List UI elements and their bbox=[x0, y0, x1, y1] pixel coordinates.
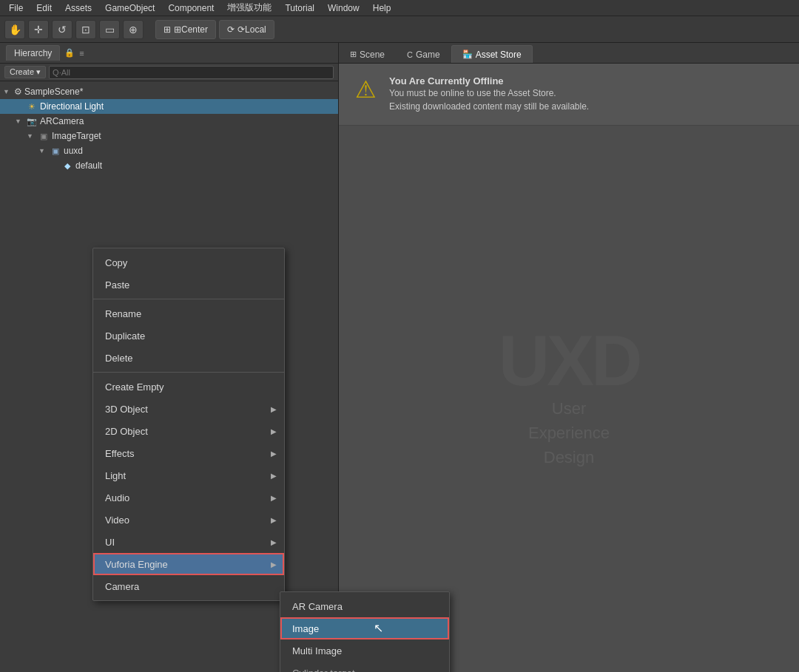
hierarchy-item-imagetarget[interactable]: ▼ ▣ ImageTarget bbox=[0, 129, 338, 143]
arrow-2d: ▶ bbox=[271, 427, 277, 435]
ctx-delete[interactable]: Delete bbox=[93, 347, 284, 369]
context-menu: Copy Paste Rename Duplicate Delete Creat… bbox=[92, 248, 285, 601]
it-arrow: ▼ bbox=[27, 132, 36, 140]
warning-title: You Are Currently Offline bbox=[389, 75, 589, 86]
uxd-subtitle: UserExperienceDesign bbox=[528, 396, 610, 469]
scene-name: SampleScene* bbox=[24, 86, 83, 97]
scene-icon: ⚙ bbox=[14, 86, 22, 97]
ctx-ui[interactable]: UI▶ bbox=[93, 531, 284, 553]
scene-tab-label: Scene bbox=[360, 50, 385, 60]
tab-scene[interactable]: ⊞ Scene bbox=[339, 45, 396, 63]
panel-menu-icon: ≡ bbox=[79, 49, 84, 58]
uxd-logo-text: UXD bbox=[499, 325, 640, 396]
menu-enhanced[interactable]: 增强版功能 bbox=[221, 0, 277, 16]
pivot-label: ⊞Center bbox=[174, 24, 208, 35]
menu-window[interactable]: Window bbox=[322, 1, 365, 15]
menu-assets[interactable]: Assets bbox=[59, 1, 98, 15]
submenu-multi-image[interactable]: Multi Image bbox=[280, 639, 449, 662]
local-label: ⟳Local bbox=[237, 24, 266, 35]
hierarchy-tab-label: Hierarchy bbox=[14, 48, 52, 58]
arc-arrow: ▼ bbox=[15, 118, 24, 125]
asset-store-tab-label: Asset Store bbox=[476, 50, 522, 60]
ctx-2d-object[interactable]: 2D Object▶ bbox=[93, 420, 284, 442]
uxd-logo-area: UXD UserExperienceDesign bbox=[499, 325, 640, 469]
ctx-rename[interactable]: Rename bbox=[93, 302, 284, 325]
submenu-image[interactable]: Image bbox=[280, 617, 449, 639]
menu-file[interactable]: File bbox=[3, 1, 29, 15]
tool-transform[interactable]: ⊕ bbox=[123, 20, 144, 39]
uuxd-icon: ▣ bbox=[50, 146, 61, 156]
create-label: Create ▾ bbox=[10, 67, 41, 77]
hierarchy-toolbar: Create ▾ bbox=[0, 64, 338, 81]
pivot-local-btn[interactable]: ⟳ ⟳Local bbox=[219, 20, 274, 39]
submenu-ar-camera[interactable]: AR Camera bbox=[280, 595, 449, 617]
game-tab-label: Game bbox=[416, 50, 440, 60]
tool-move[interactable]: ✛ bbox=[28, 20, 49, 39]
ctx-effects[interactable]: Effects▶ bbox=[93, 442, 284, 464]
tool-rotate[interactable]: ↺ bbox=[52, 20, 73, 39]
ctx-copy[interactable]: Copy bbox=[93, 251, 284, 274]
arrow-light: ▶ bbox=[271, 472, 277, 480]
menu-tutorial[interactable]: Tutorial bbox=[279, 1, 320, 15]
ctx-vuforia-engine[interactable]: Vuforia Engine▶ bbox=[93, 553, 284, 575]
imagetarget-label: ImageTarget bbox=[52, 131, 101, 141]
default-label: default bbox=[75, 160, 102, 171]
tab-game[interactable]: C Game bbox=[396, 45, 451, 63]
tab-asset-store[interactable]: 🏪 Asset Store bbox=[451, 45, 533, 63]
warning-desc: You must be online to use the Asset Stor… bbox=[389, 86, 589, 113]
menu-help[interactable]: Help bbox=[367, 1, 397, 15]
create-button[interactable]: Create ▾ bbox=[4, 66, 46, 78]
tool-rect[interactable]: ▭ bbox=[99, 20, 120, 39]
menu-edit[interactable]: Edit bbox=[30, 1, 58, 15]
asset-store-warning: ⚠ You Are Currently Offline You must be … bbox=[339, 64, 799, 126]
hierarchy-item-directional-light[interactable]: ☀ Directional Light bbox=[0, 99, 338, 114]
hierarchy-item-arcamera[interactable]: ▼ 📷 ARCamera bbox=[0, 114, 338, 129]
menubar: File Edit Assets GameObject Component 增强… bbox=[0, 0, 799, 16]
menu-component[interactable]: Component bbox=[162, 1, 220, 15]
imagetarget-icon: ▣ bbox=[38, 132, 50, 141]
tool-scale[interactable]: ⊡ bbox=[75, 20, 96, 39]
hierarchy-item-uuxd[interactable]: ▼ ▣ uuxd bbox=[0, 143, 338, 158]
ctx-3d-object[interactable]: 3D Object▶ bbox=[93, 398, 284, 420]
ctx-create-empty[interactable]: Create Empty bbox=[93, 376, 284, 398]
uuxd-label: uuxd bbox=[64, 146, 83, 156]
ctx-light[interactable]: Light▶ bbox=[93, 464, 284, 486]
camera-icon: 📷 bbox=[26, 117, 38, 126]
arrow-vuforia: ▶ bbox=[271, 560, 277, 569]
panel-content: ⚠ You Are Currently Offline You must be … bbox=[339, 64, 799, 672]
ctx-camera[interactable]: Camera bbox=[93, 575, 284, 597]
ctx-duplicate[interactable]: Duplicate bbox=[93, 325, 284, 347]
pivot-center-btn[interactable]: ⊞ ⊞Center bbox=[155, 20, 216, 39]
arrow-ui: ▶ bbox=[271, 538, 277, 546]
arcamera-label: ARCamera bbox=[40, 116, 84, 126]
ctx-paste[interactable]: Paste bbox=[93, 274, 284, 296]
hierarchy-header: Hierarchy 🔒 ≡ bbox=[0, 43, 338, 64]
warning-icon: ⚠ bbox=[351, 75, 380, 103]
hierarchy-tab[interactable]: Hierarchy bbox=[6, 45, 60, 61]
ctx-sep-1 bbox=[93, 299, 284, 299]
hierarchy-item-default[interactable]: ◆ default bbox=[0, 158, 338, 173]
lock-icon: 🔒 bbox=[64, 48, 75, 58]
hierarchy-search[interactable] bbox=[49, 66, 334, 79]
warning-text-block: You Are Currently Offline You must be on… bbox=[389, 75, 589, 113]
tabs-bar: ⊞ Scene C Game 🏪 Asset Store bbox=[339, 43, 799, 64]
scene-tab-icon: ⊞ bbox=[350, 50, 357, 59]
menu-gameobject[interactable]: GameObject bbox=[99, 1, 161, 15]
vuforia-submenu: AR Camera Image Multi Image Cylinder tar… bbox=[280, 591, 450, 672]
arrow-video: ▶ bbox=[271, 516, 277, 524]
ctx-video[interactable]: Video▶ bbox=[93, 509, 284, 531]
tool-hand[interactable]: ✋ bbox=[4, 20, 25, 39]
sun-icon: ☀ bbox=[26, 102, 38, 112]
local-icon: ⟳ bbox=[227, 24, 235, 35]
submenu-cylinder-target[interactable]: Cylinder target bbox=[280, 662, 449, 672]
game-tab-icon: C bbox=[407, 50, 413, 59]
toolbar: ✋ ✛ ↺ ⊡ ▭ ⊕ ⊞ ⊞Center ⟳ ⟳Local bbox=[0, 16, 799, 43]
ctx-sep-2 bbox=[93, 372, 284, 373]
right-panel: ⊞ Scene C Game 🏪 Asset Store ⚠ You Are C… bbox=[339, 43, 799, 672]
arrow-audio: ▶ bbox=[271, 494, 277, 502]
pivot-icon: ⊞ bbox=[163, 24, 171, 35]
hierarchy-scene-root[interactable]: ▼ ⚙ SampleScene* bbox=[0, 84, 338, 99]
asset-store-tab-icon: 🏪 bbox=[462, 50, 473, 59]
uuxd-arrow: ▼ bbox=[38, 147, 47, 155]
ctx-audio[interactable]: Audio▶ bbox=[93, 486, 284, 509]
